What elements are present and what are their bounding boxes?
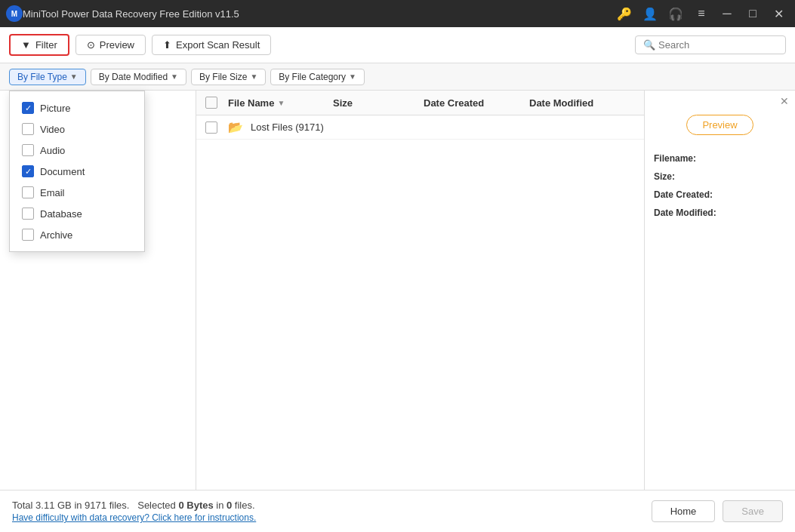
statusbar: Total 3.11 GB in 9171 files. Selected 0 …	[0, 490, 795, 532]
home-button[interactable]: Home	[652, 500, 716, 522]
total-info: Total 3.11 GB in 9171 files.	[12, 500, 129, 511]
by-file-type-label: By File Type	[17, 72, 67, 82]
dropdown-item-label: Document	[40, 166, 85, 177]
dropdown-item-label: Email	[40, 187, 65, 198]
preview-panel: ✕ Preview Filename: Size: Date Created: …	[644, 91, 795, 490]
table-header: File Name ▼ Size Date Created Date Modif…	[196, 91, 644, 115]
checkbox-email[interactable]	[22, 186, 34, 198]
filter-bar: By File Type ▼ By Date Modified ▼ By Fil…	[0, 63, 795, 91]
col-size-header: Size	[333, 97, 353, 109]
col-modified-header: Date Modified	[529, 97, 593, 109]
checkbox-video[interactable]	[22, 123, 34, 135]
chevron-down-icon: ▼	[70, 72, 78, 81]
file-name: Lost Files (9171)	[251, 121, 324, 133]
file-table: File Name ▼ Size Date Created Date Modif…	[196, 91, 644, 490]
dropdown-item-document[interactable]: Document	[10, 161, 144, 182]
dropdown-item-label: Audio	[40, 145, 65, 156]
app-logo: M	[6, 5, 23, 22]
filter-label: Filter	[35, 39, 57, 51]
right-content: File Name ▼ Size Date Created Date Modif…	[196, 91, 644, 490]
checkbox-picture[interactable]	[22, 102, 34, 114]
size-label: Size:	[654, 171, 786, 182]
maximize-button[interactable]: □	[742, 3, 763, 24]
dropdown-item-archive[interactable]: Archive	[10, 224, 144, 245]
by-file-category-label: By File Category	[279, 72, 346, 82]
dropdown-item-email[interactable]: Email	[10, 182, 144, 203]
file-icon: 📂	[228, 120, 243, 134]
toolbar: ▼ Filter ⊙ Preview ⬆ Export Scan Result …	[0, 27, 795, 63]
user-icon[interactable]: 👤	[639, 3, 661, 24]
dropdown-item-audio[interactable]: Audio	[10, 140, 144, 161]
minimize-button[interactable]: ─	[716, 3, 738, 24]
dropdown-item-label: Picture	[40, 103, 70, 114]
preview-icon: ⊙	[87, 39, 95, 51]
save-button: Save	[723, 500, 783, 522]
by-file-category-button[interactable]: By File Category ▼	[270, 69, 365, 85]
created-label: Date Created:	[654, 189, 786, 200]
checkbox-audio[interactable]	[22, 144, 34, 156]
sort-icon[interactable]: ▼	[277, 99, 285, 107]
col-filename-header: File Name	[228, 97, 274, 109]
dropdown-item-label: Database	[40, 208, 82, 220]
by-file-size-button[interactable]: By File Size ▼	[191, 69, 266, 85]
preview-close-button[interactable]: ✕	[780, 95, 789, 107]
table-row[interactable]: 📂 Lost Files (9171)	[196, 115, 644, 140]
search-input[interactable]	[658, 39, 779, 51]
row-checkbox[interactable]	[205, 121, 217, 134]
selected-info: Selected 0 Bytes in 0 files.	[137, 500, 254, 511]
by-date-modified-button[interactable]: By Date Modified ▼	[91, 69, 186, 85]
export-button[interactable]: ⬆ Export Scan Result	[152, 35, 271, 55]
modified-label: Date Modified:	[654, 208, 786, 218]
col-created-header: Date Created	[424, 97, 484, 109]
menu-icon[interactable]: ≡	[691, 3, 712, 24]
statusbar-buttons: Home Save	[652, 500, 783, 522]
search-box[interactable]: 🔍	[635, 35, 786, 54]
preview-label: Preview	[100, 39, 134, 51]
select-all-checkbox[interactable]	[205, 97, 217, 109]
export-icon: ⬆	[163, 39, 171, 51]
checkbox-database[interactable]	[22, 208, 34, 220]
filter-icon: ▼	[21, 39, 31, 51]
titlebar: M MiniTool Power Data Recovery Free Edit…	[0, 0, 795, 27]
dropdown-item-label: Archive	[40, 229, 72, 241]
status-text: Total 3.11 GB in 9171 files. Selected 0 …	[12, 500, 256, 511]
file-type-dropdown: PictureVideoAudioDocumentEmailDatabaseAr…	[9, 91, 145, 252]
filename-label: Filename:	[654, 153, 786, 164]
export-label: Export Scan Result	[176, 39, 260, 51]
dropdown-item-database[interactable]: Database	[10, 203, 144, 224]
status-info: Total 3.11 GB in 9171 files. Selected 0 …	[12, 500, 256, 523]
by-date-modified-label: By Date Modified	[99, 72, 168, 82]
checkbox-archive[interactable]	[22, 229, 34, 241]
preview-button[interactable]: ⊙ Preview	[75, 35, 146, 55]
close-button[interactable]: ✕	[768, 3, 789, 24]
headphone-icon[interactable]: 🎧	[665, 3, 686, 24]
key-icon[interactable]: 🔑	[614, 3, 635, 24]
search-icon: 🔍	[643, 39, 655, 51]
chevron-down-icon: ▼	[349, 72, 356, 81]
checkbox-document[interactable]	[22, 165, 34, 177]
preview-info: Filename: Size: Date Created: Date Modif…	[654, 153, 786, 226]
dropdown-item-label: Video	[40, 124, 65, 135]
help-link[interactable]: Have difficulty with data recovery? Clic…	[12, 512, 256, 523]
preview-action-button[interactable]: Preview	[686, 115, 753, 135]
window-controls: 🔑 👤 🎧 ≡ ─ □ ✕	[614, 3, 789, 24]
chevron-down-icon: ▼	[171, 72, 178, 81]
app-title: MiniTool Power Data Recovery Free Editio…	[23, 8, 614, 20]
by-file-type-button[interactable]: By File Type ▼	[9, 69, 86, 85]
dropdown-item-video[interactable]: Video	[10, 118, 144, 140]
filter-button[interactable]: ▼ Filter	[9, 34, 69, 56]
chevron-down-icon: ▼	[250, 72, 257, 81]
dropdown-item-picture[interactable]: Picture	[10, 97, 144, 118]
by-file-size-label: By File Size	[199, 72, 247, 82]
